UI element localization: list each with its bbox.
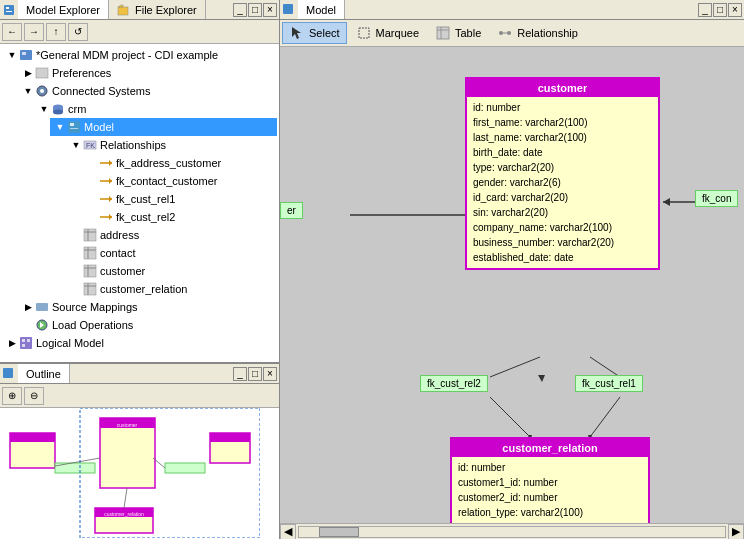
tree-row-connected-systems[interactable]: ▼ Connected Systems <box>18 82 277 100</box>
expand-model[interactable]: ▼ <box>54 122 66 132</box>
tab-model-diagram[interactable]: Model <box>298 0 345 19</box>
customer-relation-table[interactable]: customer_relation id: number customer1_i… <box>450 437 650 523</box>
customer-table-header: customer <box>467 79 658 97</box>
svg-rect-5 <box>22 52 26 55</box>
tree-row-fk1[interactable]: fk_address_customer <box>82 154 277 172</box>
tree-row-logical-model[interactable]: ▶ Logical Model <box>6 334 277 352</box>
tree-row-address[interactable]: address <box>66 226 277 244</box>
minimize-model-explorer[interactable]: _ <box>233 3 247 17</box>
tree-row-load-operations[interactable]: Load Operations <box>18 316 277 334</box>
relationships-icon: FK <box>82 137 98 153</box>
tree-row-fk3[interactable]: fk_cust_rel1 <box>82 190 277 208</box>
customer-field-6: id_card: varchar2(20) <box>473 190 652 205</box>
svg-text:customer: customer <box>117 422 138 428</box>
diagram-canvas[interactable]: er <box>280 47 744 523</box>
tool-marquee[interactable]: Marquee <box>349 22 426 44</box>
model-label: Model <box>84 121 114 133</box>
scroll-left-btn[interactable]: ◀ <box>280 524 296 540</box>
tree-row-fk4[interactable]: fk_cust_rel2 <box>82 208 277 226</box>
svg-rect-42 <box>27 339 30 342</box>
tree-row-fk2[interactable]: fk_contact_customer <box>82 172 277 190</box>
model-icon <box>66 119 82 135</box>
expand-source[interactable]: ▶ <box>22 302 34 312</box>
tab-file-explorer[interactable]: File Explorer <box>109 0 206 19</box>
tree-row-source-mappings[interactable]: ▶ Source Mappings <box>18 298 277 316</box>
expand-crm[interactable]: ▼ <box>38 104 50 114</box>
svg-text:FK: FK <box>86 142 95 149</box>
connected-systems-label: Connected Systems <box>52 85 150 97</box>
project-icon <box>18 47 34 63</box>
minimize-model[interactable]: _ <box>698 3 712 17</box>
svg-line-75 <box>590 357 620 377</box>
customer-relation-table-icon <box>82 281 98 297</box>
up-btn[interactable]: ↑ <box>46 23 66 41</box>
tree-row-customer-table[interactable]: customer <box>66 262 277 280</box>
fk1-icon <box>98 155 114 171</box>
tab-model-explorer[interactable]: Model Explorer <box>18 0 109 19</box>
crm-icon <box>50 101 66 117</box>
outline-canvas[interactable]: customer customer_relation <box>0 408 279 539</box>
logical-model-icon <box>18 335 34 351</box>
svg-rect-43 <box>22 344 25 347</box>
customer-table[interactable]: customer id: number first_name: varchar2… <box>465 77 660 270</box>
close-model[interactable]: × <box>728 3 742 17</box>
customer-table-label: customer <box>100 265 145 277</box>
scrollbar-track[interactable] <box>298 526 726 538</box>
maximize-model[interactable]: □ <box>713 3 727 17</box>
maximize-outline[interactable]: □ <box>248 367 262 381</box>
right-tab-bar: Model _ □ × <box>280 0 744 20</box>
tree-row-project[interactable]: ▼ *General MDM project - CDI example <box>2 46 277 64</box>
fk-con-box: fk_con <box>695 190 738 207</box>
expand-preferences[interactable]: ▶ <box>22 68 34 78</box>
svg-line-74 <box>490 357 540 377</box>
back-btn[interactable]: ← <box>2 23 22 41</box>
right-panel-icon <box>282 3 296 17</box>
customer-field-0: id: number <box>473 100 652 115</box>
tree-row-relationships[interactable]: ▼ FK Relationships <box>66 136 277 154</box>
customer-table-icon <box>82 263 98 279</box>
tree-row-contact[interactable]: contact <box>66 244 277 262</box>
maximize-model-explorer[interactable]: □ <box>248 3 262 17</box>
expand-relationships[interactable]: ▼ <box>70 140 82 150</box>
outline-panel: Outline _ □ × ⊕ ⊖ customer <box>0 364 279 539</box>
forward-btn[interactable]: → <box>24 23 44 41</box>
outline-toolbar-btn2[interactable]: ⊖ <box>24 387 44 405</box>
fk2-label: fk_contact_customer <box>116 175 218 187</box>
outline-toolbar-btn1[interactable]: ⊕ <box>2 387 22 405</box>
diagram-h-scrollbar[interactable]: ◀ ▶ <box>280 523 744 539</box>
tab-outline[interactable]: Outline <box>18 364 70 383</box>
tool-table-label: Table <box>455 27 481 39</box>
svg-rect-64 <box>437 27 449 39</box>
tree-row-model[interactable]: ▼ Model <box>50 118 277 136</box>
svg-rect-54 <box>210 433 250 442</box>
expand-project[interactable]: ▼ <box>6 50 18 60</box>
tree-row-preferences[interactable]: ▶ Preferences <box>18 64 277 82</box>
expand-logical[interactable]: ▶ <box>6 338 18 348</box>
refresh-btn[interactable]: ↺ <box>68 23 88 41</box>
outline-toolbar: ⊕ ⊖ <box>0 384 279 408</box>
svg-point-67 <box>499 31 503 35</box>
minimize-outline[interactable]: _ <box>233 367 247 381</box>
preferences-icon <box>34 65 50 81</box>
diagram-inner: er <box>280 47 744 523</box>
svg-marker-22 <box>109 196 112 202</box>
svg-rect-34 <box>84 283 96 295</box>
customer-field-7: sin: varchar2(20) <box>473 205 652 220</box>
scroll-right-btn[interactable]: ▶ <box>728 524 744 540</box>
diagram-scroll[interactable]: er <box>280 47 744 523</box>
source-mappings-icon <box>34 299 50 315</box>
expand-connected-systems[interactable]: ▼ <box>22 86 34 96</box>
tool-select[interactable]: Select <box>282 22 347 44</box>
tool-table[interactable]: Table <box>428 22 488 44</box>
source-mappings-label: Source Mappings <box>52 301 138 313</box>
close-outline[interactable]: × <box>263 367 277 381</box>
svg-line-76 <box>490 397 530 437</box>
customer-field-9: business_number: varchar2(20) <box>473 235 652 250</box>
scrollbar-thumb[interactable] <box>319 527 359 537</box>
tree-row-customer-relation-table[interactable]: customer_relation <box>66 280 277 298</box>
tree-row-crm[interactable]: ▼ crm <box>34 100 277 118</box>
svg-rect-13 <box>70 123 74 126</box>
tool-relationship[interactable]: Relationship <box>490 22 585 44</box>
close-model-explorer[interactable]: × <box>263 3 277 17</box>
relationships-label: Relationships <box>100 139 166 151</box>
